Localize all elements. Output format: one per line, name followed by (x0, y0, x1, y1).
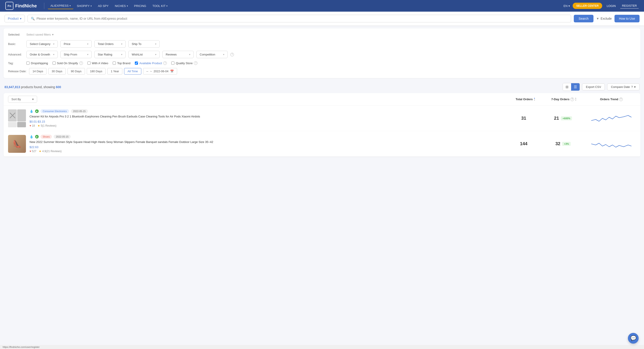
list-view-button[interactable]: ☰ (571, 83, 580, 91)
saved-filters-dropdown[interactable]: Select saved filters ▾ (26, 32, 54, 37)
date-all-time[interactable]: All Time (124, 68, 141, 75)
seller-center-button[interactable]: SELLER CENTER (573, 3, 602, 9)
nav-item-aliexpress[interactable]: ALIEXPRESS ▾ (48, 3, 73, 9)
7day-orders-sort-icon[interactable]: ▲ ▼ (575, 97, 577, 101)
nav-item-pricing[interactable]: PRICING (132, 3, 149, 9)
register-button[interactable]: REGISTER (620, 3, 639, 9)
product-price-2: $22.63 (30, 145, 504, 149)
basic-label: Basic: (8, 42, 24, 46)
nav-item-toolkit[interactable]: TOOL KIT ▾ (150, 3, 170, 9)
search-button[interactable]: Search (574, 15, 594, 22)
available-product-help-icon[interactable]: ? (163, 61, 167, 65)
login-button[interactable]: LOGIN (605, 3, 618, 9)
competition-arrow-icon: ▾ (223, 53, 224, 56)
product-rating-2: ★ 4.9(21 Reviews) (39, 150, 62, 153)
product-7day-num-1: 21 (554, 116, 559, 121)
date-180-days[interactable]: 180 Days (87, 68, 106, 75)
category-badge-1[interactable]: Consumer Electronics (40, 109, 69, 113)
category-badge-2[interactable]: Shoes (40, 135, 52, 139)
order-growth-dropdown[interactable]: Order & Growth ▾ (26, 51, 58, 58)
7day-orders-help-icon[interactable]: ? (570, 98, 574, 101)
selected-label: Selected: (8, 33, 24, 36)
product-title-2[interactable]: New 2022 Summer Women Style Square Head … (30, 140, 504, 144)
grid-view-button[interactable]: ⊞ (563, 83, 571, 91)
tag-quality-store[interactable]: Quality Store ? (171, 61, 198, 65)
date-1-year[interactable]: 1 Year (107, 68, 122, 75)
search-input[interactable] (36, 17, 568, 20)
product-likes-2: ♥ 527 (30, 150, 36, 153)
aliexpress-arrow-icon: ▾ (70, 5, 71, 7)
compare-date-button[interactable]: Compare Date ? ▾ (607, 84, 640, 90)
results-number: 83,647,813 (4, 85, 20, 89)
product-likes-1: ♥ 18 (30, 124, 35, 127)
logo-icon: Fn (5, 2, 14, 10)
price-arrow-icon: ▾ (87, 43, 88, 45)
trend-help-icon[interactable]: ? (619, 98, 623, 101)
how-to-use-button[interactable]: How to Use (614, 15, 640, 22)
view-toggle: ⊞ ☰ (562, 83, 580, 91)
niches-arrow-icon: ▾ (127, 5, 128, 7)
water-drop-icon-2: 💧 (30, 135, 33, 139)
nav-item-shopify[interactable]: SHOPIFY ▾ (74, 3, 94, 9)
tag-sold-on-shopify[interactable]: Sold On Shopify ? (52, 61, 83, 65)
water-drop-icon: 💧 (30, 109, 33, 113)
tag-top-brand[interactable]: Top Brand (113, 62, 130, 65)
lang-selector[interactable]: EN ▾ (564, 4, 570, 8)
category-dropdown[interactable]: Select Category ▾ (26, 40, 58, 48)
filter-panel: Selected: Select saved filters ▾ Basic: … (4, 29, 640, 78)
wishlist-dropdown[interactable]: WishList ▾ (128, 51, 160, 58)
saved-filters-row: Selected: Select saved filters ▾ (8, 32, 636, 37)
date-30-days[interactable]: 30 Days (48, 68, 66, 75)
sort-by-dropdown[interactable]: Sort By ▾ (8, 96, 37, 103)
product-info-2: 💧 ▶ Shoes 2022-05-15 New 2022 Summer Wom… (30, 135, 504, 153)
table-row: 💧 ▶ Consumer Electronics 2022-05-15 Clea… (4, 106, 640, 131)
nav-item-niches[interactable]: NICHES ▾ (112, 3, 130, 9)
results-count-text: products found, showing (21, 85, 56, 89)
site-logo[interactable]: Fn FindNiche (5, 2, 37, 10)
product-image-2: 👠 (8, 135, 26, 153)
tag-with-video[interactable]: With A Video (88, 62, 108, 65)
ship-to-dropdown[interactable]: Ship To ▾ (128, 40, 160, 48)
date-range-picker[interactable]: -- ~ 2022-06-04 📅 (143, 68, 177, 75)
product-type-dropdown[interactable]: Product ▾ (4, 15, 25, 22)
total-orders-arrow-icon: ▾ (121, 43, 122, 45)
table-row: 👠 💧 ▶ Shoes 2022-05-15 New 2022 Summer W… (4, 131, 640, 157)
price-dropdown[interactable]: Price ▾ (60, 40, 92, 48)
table-header: Sort By ▾ Total Orders ▲ ▼ 7-Day Orders … (4, 93, 640, 106)
nav-items: ALIEXPRESS ▾ SHOPIFY ▾ AD SPY NICHES ▾ P… (48, 3, 564, 9)
tag-dropshipping[interactable]: Dropshipping (26, 62, 48, 65)
product-images-1 (8, 109, 26, 127)
product-title-1[interactable]: Cleaner Kit for Airpods Pro 3 2 1 Blueto… (30, 115, 504, 119)
search-icon: 🔍 (31, 17, 35, 20)
order-growth-arrow-icon: ▾ (53, 53, 54, 56)
product-total-orders-1: 31 (508, 116, 539, 121)
date-14-days[interactable]: 14 Days (29, 68, 46, 75)
star-rating-arrow-icon: ▾ (121, 53, 122, 56)
shopify-arrow-icon: ▾ (90, 5, 92, 7)
tag-available-product[interactable]: Available Product ? (135, 61, 167, 65)
quality-store-help-icon[interactable]: ? (194, 61, 198, 65)
competition-dropdown[interactable]: Competition ▾ (196, 51, 228, 58)
product-tags-1: 💧 ▶ Consumer Electronics 2022-05-15 (30, 109, 504, 113)
star-rating-dropdown[interactable]: Star Rating ▾ (94, 51, 126, 58)
exclude-button[interactable]: ▼ Exclude (596, 17, 612, 20)
product-7day-num-2: 32 (556, 141, 560, 146)
product-dropdown-arrow-icon: ▾ (20, 17, 22, 20)
export-csv-button[interactable]: Export CSV (582, 84, 605, 90)
reviews-dropdown[interactable]: Reviews ▾ (162, 51, 194, 58)
lang-arrow-icon: ▾ (568, 4, 570, 8)
nav-item-adspy[interactable]: AD SPY (95, 3, 111, 9)
total-orders-dropdown[interactable]: Total Orders ▾ (94, 40, 126, 48)
shopify-help-icon[interactable]: ? (80, 61, 83, 65)
ship-from-dropdown[interactable]: Ship From ▾ (60, 51, 92, 58)
tag-filters-row: Tag: Dropshipping Sold On Shopify ? With… (8, 61, 636, 65)
navbar: Fn FindNiche ALIEXPRESS ▾ SHOPIFY ▾ AD S… (0, 0, 644, 12)
product-info-1: 💧 ▶ Consumer Electronics 2022-05-15 Clea… (30, 109, 504, 127)
date-90-days[interactable]: 90 Days (68, 68, 85, 75)
advanced-help-icon[interactable]: ? (230, 53, 234, 56)
total-orders-sort-icon[interactable]: ▲ ▼ (534, 97, 535, 101)
advanced-label: Advanced: (8, 53, 24, 56)
product-price-1: $0.01-$3.15 (30, 120, 504, 123)
product-trend-chart-2 (587, 138, 636, 149)
col-total-orders-header: Total Orders ▲ ▼ (510, 97, 541, 101)
